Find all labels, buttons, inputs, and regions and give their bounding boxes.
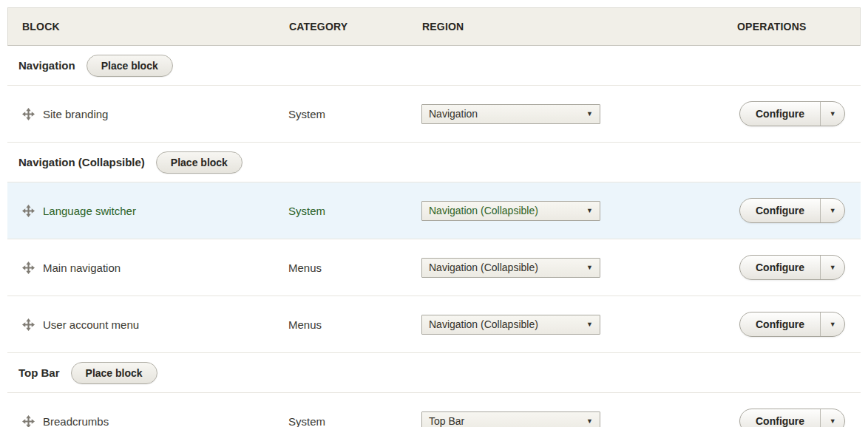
region-selected-value: Navigation (Collapsible) bbox=[429, 205, 538, 216]
region-selected-value: Navigation (Collapsible) bbox=[429, 318, 538, 330]
configure-split-button: Configure ▼ bbox=[739, 409, 845, 427]
category-label: Menus bbox=[288, 318, 421, 331]
region-select[interactable]: Navigation (Collapsible) ▼ bbox=[421, 201, 600, 221]
block-label: Main navigation bbox=[43, 262, 121, 274]
drag-move-icon[interactable] bbox=[22, 108, 35, 120]
configure-button[interactable]: Configure bbox=[740, 102, 820, 126]
region-selected-value: Navigation (Collapsible) bbox=[429, 262, 538, 273]
select-caret-icon: ▼ bbox=[586, 321, 593, 328]
configure-split-button: Configure ▼ bbox=[739, 312, 845, 337]
section-row: Navigation Place block bbox=[7, 46, 861, 86]
dropdown-caret-icon: ▼ bbox=[830, 207, 836, 214]
block-label: User account menu bbox=[43, 318, 139, 331]
drag-move-icon[interactable] bbox=[22, 415, 35, 427]
configure-button[interactable]: Configure bbox=[740, 256, 820, 279]
select-caret-icon: ▼ bbox=[586, 264, 593, 271]
block-label: Site branding bbox=[43, 108, 108, 120]
block-row: Site branding System Navigation ▼ Config… bbox=[7, 86, 861, 143]
configure-dropdown-toggle[interactable]: ▼ bbox=[820, 312, 844, 336]
column-header-operations: OPERATIONS bbox=[733, 21, 860, 33]
category-label: Menus bbox=[288, 262, 421, 274]
category-label: System bbox=[288, 205, 421, 217]
table-header-row: BLOCK CATEGORY REGION OPERATIONS bbox=[7, 7, 861, 46]
place-block-button[interactable]: Place block bbox=[87, 55, 173, 77]
configure-button[interactable]: Configure bbox=[740, 199, 820, 222]
select-caret-icon: ▼ bbox=[586, 111, 593, 117]
category-label: System bbox=[288, 415, 421, 427]
block-label: Language switcher bbox=[43, 205, 136, 217]
region-selected-value: Top Bar bbox=[429, 415, 464, 427]
dropdown-caret-icon: ▼ bbox=[830, 110, 836, 117]
select-caret-icon: ▼ bbox=[586, 418, 593, 425]
region-select[interactable]: Navigation (Collapsible) ▼ bbox=[421, 258, 600, 278]
drag-move-icon[interactable] bbox=[22, 262, 35, 274]
block-row: User account menu Menus Navigation (Coll… bbox=[7, 296, 861, 353]
column-header-category: CATEGORY bbox=[289, 21, 422, 33]
place-block-button[interactable]: Place block bbox=[71, 362, 157, 384]
section-title: Navigation bbox=[18, 59, 75, 72]
column-header-region: REGION bbox=[422, 21, 733, 33]
region-select[interactable]: Navigation (Collapsible) ▼ bbox=[421, 315, 600, 335]
dropdown-caret-icon: ▼ bbox=[830, 321, 836, 328]
block-row: Main navigation Menus Navigation (Collap… bbox=[7, 239, 861, 296]
configure-dropdown-toggle[interactable]: ▼ bbox=[820, 199, 844, 222]
place-block-button[interactable]: Place block bbox=[156, 151, 243, 174]
category-label: System bbox=[288, 108, 421, 120]
select-caret-icon: ▼ bbox=[586, 208, 593, 214]
block-row: Language switcher System Navigation (Col… bbox=[7, 182, 861, 239]
dropdown-caret-icon: ▼ bbox=[830, 417, 836, 425]
section-row: Top Bar Place block bbox=[7, 353, 861, 393]
configure-button[interactable]: Configure bbox=[740, 312, 820, 336]
section-title: Top Bar bbox=[18, 366, 60, 379]
configure-dropdown-toggle[interactable]: ▼ bbox=[820, 409, 844, 427]
region-selected-value: Navigation bbox=[429, 108, 478, 120]
region-select[interactable]: Top Bar ▼ bbox=[421, 411, 600, 427]
drag-move-icon[interactable] bbox=[22, 318, 35, 331]
dropdown-caret-icon: ▼ bbox=[830, 264, 836, 271]
configure-split-button: Configure ▼ bbox=[739, 255, 845, 280]
region-select[interactable]: Navigation ▼ bbox=[421, 104, 600, 124]
configure-split-button: Configure ▼ bbox=[739, 101, 845, 126]
block-row: Breadcrumbs System Top Bar ▼ Configure ▼ bbox=[7, 393, 861, 427]
column-header-block: BLOCK bbox=[8, 21, 289, 33]
configure-dropdown-toggle[interactable]: ▼ bbox=[820, 102, 844, 126]
block-layout-page: BLOCK CATEGORY REGION OPERATIONS Navigat… bbox=[0, 0, 868, 427]
section-row: Navigation (Collapsible) Place block bbox=[7, 143, 861, 182]
configure-split-button: Configure ▼ bbox=[739, 198, 845, 223]
block-label: Breadcrumbs bbox=[43, 415, 109, 427]
drag-move-icon[interactable] bbox=[22, 205, 35, 217]
configure-dropdown-toggle[interactable]: ▼ bbox=[820, 256, 844, 279]
block-table-body: Navigation Place block Site branding Sys… bbox=[7, 46, 861, 427]
configure-button[interactable]: Configure bbox=[740, 409, 820, 427]
section-title: Navigation (Collapsible) bbox=[18, 156, 145, 168]
